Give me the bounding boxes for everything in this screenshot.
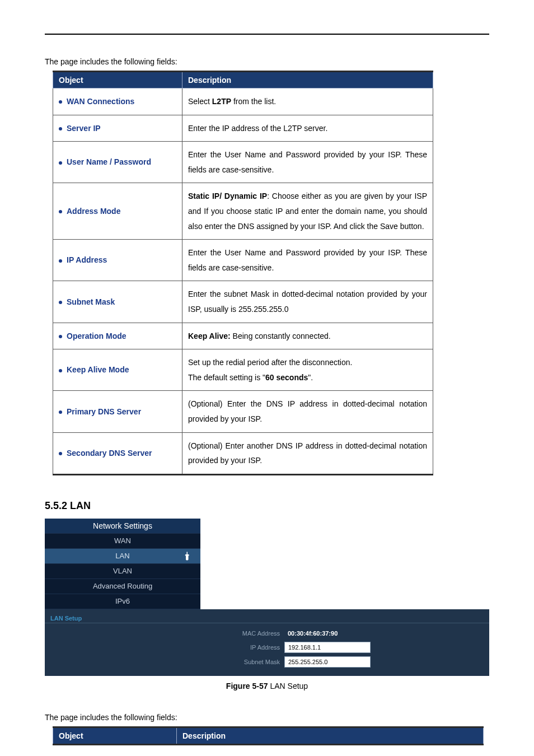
section-heading: 5.5.2 LAN	[45, 500, 489, 512]
desc-keep-alive-mode: Set up the redial period after the disco…	[182, 349, 433, 391]
desc-wan-connections: Select L2TP from the list.	[182, 88, 433, 115]
obj-ip-address: IP Address	[53, 240, 182, 281]
obj-label: Subnet Mask	[67, 297, 115, 306]
obj-server-ip: Server IP	[53, 115, 182, 142]
nav-item-lan[interactable]: LAN	[45, 549, 200, 564]
obj-label: Operation Mode	[67, 332, 127, 340]
cursor-icon	[182, 551, 193, 561]
obj-label: Address Mode	[67, 207, 120, 216]
obj-keep-alive-mode: Keep Alive Mode	[53, 349, 182, 391]
mask-input[interactable]	[284, 656, 371, 668]
bullet-icon	[59, 259, 62, 263]
intro-text-2: The page includes the following fields:	[45, 713, 489, 722]
bullet-icon	[59, 369, 62, 372]
bullet-icon	[59, 210, 62, 213]
obj-label: Keep Alive Mode	[67, 365, 129, 374]
obj-primary-dns: Primary DNS Server	[53, 391, 182, 432]
intro-text: The page includes the following fields:	[45, 57, 489, 66]
obj-label: IP Address	[67, 255, 107, 264]
obj-label: Primary DNS Server	[67, 407, 141, 416]
mask-label: Subnet Mask	[45, 659, 284, 665]
obj-label: Secondary DNS Server	[67, 449, 152, 458]
lan-setup-panel: LAN Setup MAC Address 00:30:4f:60:37:90 …	[45, 609, 489, 676]
obj-subnet-mask: Subnet Mask	[53, 281, 182, 323]
th-description-2: Description	[177, 727, 484, 744]
ip-input[interactable]	[284, 642, 371, 653]
obj-secondary-dns: Secondary DNS Server	[53, 432, 182, 474]
fields-table-1: Object Description WAN Connections Selec…	[53, 71, 433, 475]
mac-value: 00:30:4f:60:37:90	[284, 628, 369, 638]
obj-user-pass: User Name / Password	[53, 142, 182, 183]
bullet-icon	[59, 335, 62, 338]
obj-label: User Name / Password	[67, 157, 151, 166]
ip-label: IP Address	[45, 644, 284, 651]
desc-address-mode: Static IP/ Dynamic IP: Choose either as …	[182, 183, 433, 240]
bullet-icon	[59, 410, 62, 414]
desc-operation-mode: Keep Alive: Being constantly connected.	[182, 323, 433, 349]
figure-caption: Figure 5-57 LAN Setup	[45, 682, 489, 690]
fields-table-2: Object Description	[53, 726, 484, 745]
nav-item-wan[interactable]: WAN	[45, 534, 200, 549]
nav-title: Network Settings	[45, 519, 200, 534]
desc-primary-dns: (Optional) Enter the DNS IP address in d…	[182, 391, 433, 432]
mac-label: MAC Address	[45, 630, 284, 637]
nav-item-adv-routing[interactable]: Advanced Routing	[45, 579, 200, 594]
obj-wan-connections: WAN Connections	[53, 88, 182, 115]
nav-panel: Network Settings WAN LAN VLAN Advanced R…	[45, 519, 200, 609]
bullet-icon	[59, 301, 62, 304]
desc-subnet-mask: Enter the subnet Mask in dotted-decimal …	[182, 281, 433, 323]
bullet-icon	[59, 452, 62, 455]
document-page: The page includes the following fields: …	[0, 0, 534, 756]
header-rule	[45, 34, 489, 35]
lan-setup-title: LAN Setup	[45, 614, 489, 623]
bullet-icon	[59, 161, 62, 165]
desc-server-ip: Enter the IP address of the L2TP server.	[182, 115, 433, 142]
desc-secondary-dns: (Optional) Enter another DNS IP address …	[182, 432, 433, 474]
th-description: Description	[182, 72, 433, 88]
nav-item-ipv6[interactable]: IPv6	[45, 594, 200, 609]
bullet-icon	[59, 127, 62, 130]
obj-operation-mode: Operation Mode	[53, 323, 182, 349]
nav-item-vlan[interactable]: VLAN	[45, 564, 200, 579]
obj-label: Server IP	[67, 124, 101, 133]
th-object-2: Object	[53, 727, 177, 744]
nav-item-label: LAN	[115, 552, 129, 560]
obj-label: WAN Connections	[67, 97, 134, 106]
bullet-icon	[59, 100, 62, 104]
th-object: Object	[53, 72, 182, 88]
obj-address-mode: Address Mode	[53, 183, 182, 240]
desc-ip-address: Enter the User Name and Password provide…	[182, 240, 433, 281]
desc-user-pass: Enter the User Name and Password provide…	[182, 142, 433, 183]
